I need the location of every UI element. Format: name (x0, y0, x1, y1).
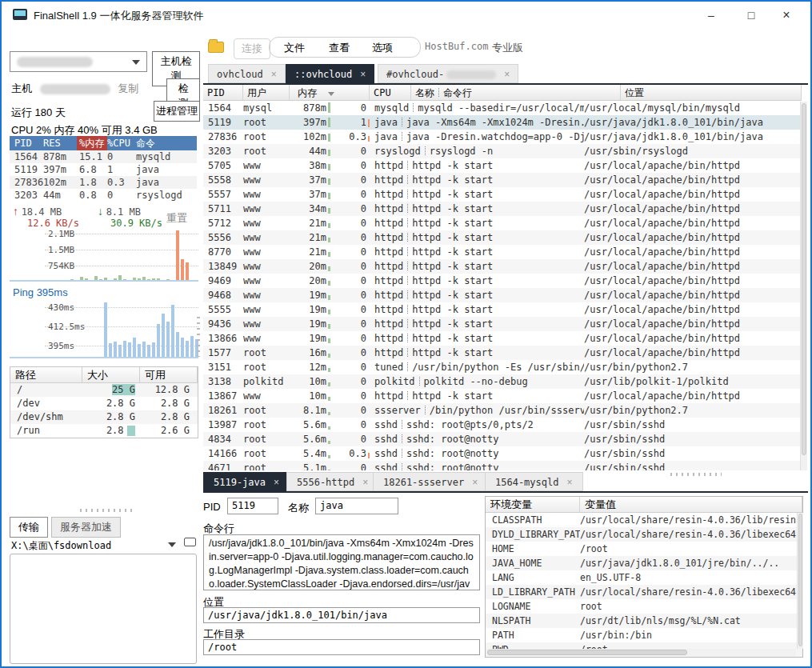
detail-tab-1564-mysqld[interactable]: 1564-mysqld× (485, 472, 583, 491)
process-row[interactable]: 9469www20m0httpdhttpd -k start/usr/local… (203, 274, 802, 288)
detail-tab-5119-java[interactable]: 5119-java× (203, 472, 290, 491)
close-icon[interactable]: × (362, 477, 368, 488)
process-row[interactable]: 3138polkitd10m0polkitdpolkitd --no-debug… (203, 374, 802, 389)
process-row[interactable]: 5555www19m0httpdhttpd -k start/usr/local… (203, 302, 802, 317)
disk-col-path[interactable]: 路径 (10, 367, 82, 382)
process-row[interactable]: 1577root16m0httpdhttpd -k start/usr/loca… (203, 346, 802, 360)
open-folder-icon[interactable] (184, 538, 196, 546)
mini-header-cell[interactable]: RES (43, 136, 77, 150)
process-row[interactable]: 18261root8.1m0ssserver/bin/python /usr/b… (203, 403, 802, 418)
session-tab-ovhcloud[interactable]: ovhcloud× (208, 64, 286, 83)
location-field[interactable]: /usr/java/jdk1.8.0_101/bin/java (203, 607, 480, 623)
env-row[interactable]: NLSPATH/usr/dt/lib/nls/msg/%L/%N.cat (486, 614, 802, 628)
env-row[interactable]: DYLD_LIBRARY_PATH/usr/local/share/resin-… (486, 527, 802, 542)
session-tab-ovhcloud[interactable]: #ovhcloud-× (378, 64, 518, 83)
process-row[interactable]: 5558www37m0httpdhttpd -k start/usr/local… (203, 173, 802, 187)
mini-table-row[interactable]: 27836102m1.80.3java (10, 176, 197, 189)
close-icon[interactable]: × (566, 477, 572, 488)
splitter-handle[interactable] (80, 509, 136, 512)
hostbuf-link[interactable]: HostBuf.com (418, 38, 495, 54)
env-row[interactable]: HOME/root (486, 542, 802, 556)
env-row[interactable]: LD_LIBRARY_PATH/usr/local/share/resin-4.… (486, 585, 802, 599)
mini-header-cell[interactable]: %CPU (107, 136, 136, 150)
close-icon[interactable]: × (360, 69, 366, 80)
mini-table-row[interactable]: 5119397m6.81java (10, 163, 197, 176)
detail-tab-5556-httpd[interactable]: 5556-httpd× (286, 472, 378, 491)
cmdline-field[interactable]: /usr/java/jdk1.8.0_101/bin/java -Xms64m … (203, 534, 480, 590)
env-row[interactable]: CLASSPATH/usr/local/share/resin-4.0.36/l… (486, 513, 802, 527)
reset-button[interactable]: 重置 (166, 211, 187, 226)
process-row[interactable]: 8770www21m0httpdhttpd -k start/usr/local… (203, 245, 802, 259)
transfer-list[interactable] (10, 554, 197, 664)
env-row[interactable]: JAVA_HOME/usr/java/jdk1.8.0_101/jre/bin/… (486, 556, 802, 570)
process-row[interactable]: 5711www34m0httpdhttpd -k start/usr/local… (203, 202, 802, 216)
mini-header-cell[interactable]: %内存 (77, 136, 107, 150)
env-row[interactable]: LANGen_US.UTF-8 (486, 570, 802, 585)
process-row[interactable]: 5556www21m0httpdhttpd -k start/usr/local… (203, 230, 802, 245)
maximize-button[interactable]: □ (739, 6, 763, 24)
process-row[interactable]: 4834root5.6m0sshdsshd: root@notty/usr/sb… (203, 432, 802, 446)
col-user[interactable]: 用户 (243, 85, 290, 100)
copy-button[interactable]: 复制 (118, 82, 138, 94)
process-row[interactable]: 27836root102m0.3javajava -Dresin.watchdo… (203, 130, 802, 144)
process-row[interactable]: 9468www19m0httpdhttpd -k start/usr/local… (203, 288, 802, 302)
detail-tab-18261-ssserver[interactable]: 18261-ssserver× (373, 472, 488, 491)
disk-table-row[interactable]: /run2.8 G2.6 G (10, 424, 198, 438)
process-row[interactable]: 3151root12m0tuned/usr/bin/python -Es /us… (203, 360, 802, 374)
process-row[interactable]: 13849www20m0httpdhttpd -k start/usr/loca… (203, 259, 802, 274)
close-button[interactable]: × (774, 6, 798, 24)
col-name-cmd[interactable]: 名称命令行 (411, 85, 621, 100)
tab-server-accel[interactable]: 服务器加速 (51, 517, 121, 538)
col-cpu[interactable]: CPU (370, 85, 411, 100)
col-pid[interactable]: PID (203, 85, 243, 100)
close-icon[interactable]: × (472, 477, 478, 488)
process-row[interactable]: 13867www10m0httpdhttpd -k start/usr/loca… (203, 389, 802, 403)
download-path[interactable]: X:\桌面\fsdownload (11, 539, 111, 553)
disk-table-row[interactable]: /25 G12.8 G (10, 383, 198, 397)
menu-file[interactable]: 文件 (277, 38, 312, 58)
pid-field[interactable]: 5119 (227, 498, 278, 514)
close-icon[interactable]: × (271, 69, 277, 80)
disk-table-row[interactable]: /dev2.8 G2.8 G (10, 397, 198, 410)
mini-table-row[interactable]: 320344m0.80rsyslogd (10, 189, 197, 202)
disk-col-size[interactable]: 大小 (82, 367, 140, 382)
process-row[interactable]: 3203root44m0rsyslogdrsyslogd -n/usr/sbin… (203, 144, 802, 158)
disk-table-row[interactable]: /dev/shm2.8 G2.8 G (10, 410, 198, 424)
close-icon[interactable]: × (274, 477, 279, 488)
process-row[interactable]: 13987root5.6m0sshdsshd: root@pts/0,pts/2… (203, 418, 802, 432)
col-env-value[interactable]: 变量值 (580, 497, 802, 512)
mini-table-row[interactable]: 1564878m15.10mysqld (10, 150, 197, 163)
close-icon[interactable]: × (504, 69, 510, 80)
disk-col-free[interactable]: 可用 (140, 367, 198, 382)
session-tab-ovhcloud[interactable]: ::ovhcloud× (286, 64, 374, 83)
splitter-handle[interactable] (197, 317, 200, 357)
menu-view[interactable]: 查看 (322, 38, 357, 58)
host-combo[interactable] (10, 51, 147, 72)
name-field[interactable]: java (315, 498, 398, 514)
path-dropdown-icon[interactable] (168, 542, 176, 547)
process-row[interactable]: 9436www19m0httpdhttpd -k start/usr/local… (203, 317, 802, 331)
mini-header-cell[interactable]: PID (10, 136, 43, 150)
col-env-name[interactable]: 环境变量 (486, 497, 580, 512)
process-row[interactable]: 5712www21m0httpdhttpd -k start/usr/local… (203, 216, 802, 230)
process-row[interactable]: 13866www19m0httpdhttpd -k start/usr/loca… (203, 331, 802, 346)
process-row[interactable]: 4671root5.1m0sshdsshd: root@notty/usr/sb… (203, 461, 802, 470)
env-table-vscrollbar[interactable] (797, 513, 803, 649)
col-mem[interactable]: 内存 (290, 85, 370, 100)
col-location[interactable]: 位置 (621, 85, 802, 100)
process-table-scrollbar[interactable] (800, 102, 807, 470)
connect-button[interactable]: 连接 (234, 38, 270, 59)
env-row[interactable]: LOGNAMEroot (486, 599, 802, 614)
folder-icon[interactable] (208, 42, 224, 53)
process-row[interactable]: 14166root5.4m0.3sshdsshd: root@notty/usr… (203, 446, 802, 461)
process-row[interactable]: 1564mysql878m0mysqldmysqld --basedir=/us… (203, 101, 802, 115)
tab-transfer[interactable]: 传输 (10, 517, 48, 538)
env-table-hscrollbar[interactable] (486, 649, 796, 656)
process-row[interactable]: 5557www37m0httpdhttpd -k start/usr/local… (203, 187, 802, 202)
menu-options[interactable]: 选项 (365, 38, 400, 58)
pro-version-link[interactable]: 专业版 (485, 38, 530, 58)
workdir-field[interactable]: /root (203, 639, 480, 655)
process-row[interactable]: 5119root397m1javajava -Xms64m -Xmx1024m … (203, 115, 802, 130)
mini-header-cell[interactable]: 命令 (136, 136, 197, 150)
minimize-button[interactable]: – (699, 6, 723, 24)
